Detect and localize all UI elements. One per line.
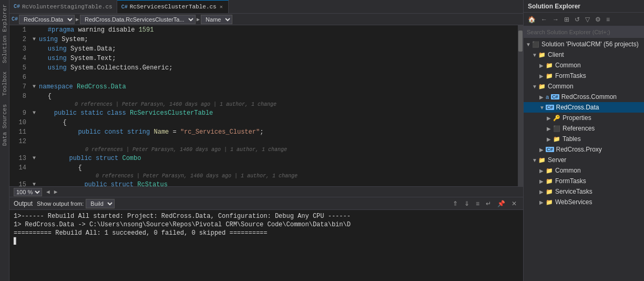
output-controls: ⇑ ⇓ ≡ ↵ 📌 ✕ [451,199,519,208]
se-item-rc-proxy[interactable]: ▶ C# RedCross.Proxy [524,144,644,155]
server-webservices-folder-icon: 📁 [546,199,553,206]
sidebar-tab-data-sources[interactable]: Data Sources [1,100,9,150]
se-btn-home[interactable]: 🏠 [526,15,538,24]
editor-area: C# RcVolunteerStagingTable.cs C# RcServi… [9,0,523,281]
se-item-common[interactable]: ▼ 📁 Common [524,81,644,92]
scroll-left-btn[interactable]: ◀ [46,188,50,195]
solution-icon: ⬛ [532,41,539,48]
server-formtasks-folder-icon: 📁 [546,178,553,185]
output-header: Output Show output from: Build ⇑ ⇓ ≡ ↵ 📌… [9,197,523,210]
client-common-folder-icon: 📁 [546,62,553,69]
se-item-references[interactable]: ▶ ⬛ References [524,123,644,134]
collapse-btn-7[interactable]: ▼ [33,82,38,92]
se-btn-properties[interactable]: ⊞ [562,15,571,24]
output-source-select[interactable]: Build [86,199,115,208]
breadcrumb-select-namespace[interactable]: RedCross.Data [19,15,75,24]
properties-icon: 🔑 [553,115,560,122]
output-content[interactable]: 1>------ Rebuild All started: Project: R… [9,210,523,281]
expand-arrow-client-formtasks: ▶ [539,73,545,79]
properties-label: Properties [563,114,591,122]
server-servicetasks-folder-icon: 📁 [546,188,553,195]
se-item-tables[interactable]: ▶ 📁 Tables [524,134,644,144]
cs-file-icon-2: C# [121,4,128,10]
output-cursor: ▋ [14,237,519,246]
se-search-bar [524,26,644,38]
tab-rc-volunteer[interactable]: C# RcVolunteerStagingTable.cs [9,0,117,13]
expand-arrow-server-formtasks: ▶ [539,178,545,184]
collapse-btn-9[interactable]: ▼ [33,108,38,118]
breadcrumb-arrow-2: ▶ [197,16,200,23]
output-close-btn[interactable]: ✕ [509,199,519,208]
se-item-solution[interactable]: ▼ ⬛ Solution 'PivotalCRM' (56 projects) [524,39,644,49]
output-go-up-btn[interactable]: ⇑ [451,199,460,208]
code-line-7: ▼namespace RedCross.Data [33,82,518,92]
tab-rc-services-cluster[interactable]: C# RcServicesClusterTable.cs ✕ [117,0,229,13]
code-content[interactable]: #pragma warning disable 1591 ▼using Syst… [30,25,518,186]
zoom-select[interactable]: 100 % [14,188,42,196]
code-line-5: using System.Collections.Generic; [33,63,518,73]
se-item-client-formtasks[interactable]: ▶ 📁 FormTasks [524,71,644,81]
breadcrumb-select-class[interactable]: RedCross.Data.RcServicesClusterTa... [80,15,196,24]
server-folder-icon: 📁 [538,157,546,164]
se-btn-forward[interactable]: → [550,15,561,24]
server-common-label: Common [555,167,581,174]
output-go-down-btn[interactable]: ⇓ [462,199,472,208]
se-item-rc-data[interactable]: ▼ C# RedCross.Data [524,102,644,113]
expand-arrow-properties: ▶ [547,115,552,121]
se-item-client-common[interactable]: ▶ 📁 Common [524,60,644,71]
se-item-server-webservices[interactable]: ▶ 📁 WebServices [524,197,644,207]
expand-arrow-server-common: ▶ [539,168,545,174]
client-folder-icon: 📁 [538,52,546,58]
output-source-label: Show output from: [37,200,84,207]
collapse-btn-13[interactable]: ▼ [33,154,38,163]
expand-arrow-rc-common: ▶ [539,94,545,100]
sidebar-tab-solution-explorer[interactable]: Solution Explorer [1,0,9,67]
se-btn-filter[interactable]: ▽ [583,15,592,24]
se-item-server-servicetasks[interactable]: ▶ 📁 ServiceTasks [524,186,644,197]
scrollbar-thumb [518,31,523,52]
se-item-server[interactable]: ▼ 📁 Server [524,155,644,165]
rc-common-label: RedCross.Common [561,93,617,101]
se-btn-back[interactable]: ← [539,15,549,24]
output-clear-btn[interactable]: ≡ [474,199,482,208]
editor-scrollbar[interactable] [518,25,523,186]
expand-arrow-server: ▼ [532,157,537,163]
breadcrumb-bar: C# RedCross.Data ▶ RedCross.Data.RcServi… [9,14,523,25]
code-line-3: using System.Data; [33,44,518,54]
se-btn-settings[interactable]: ⚙ [593,15,603,24]
collapse-btn-15[interactable]: ▼ [33,180,38,186]
references-label: References [563,125,595,132]
expand-arrow-references: ▶ [547,126,552,132]
output-pin-btn[interactable]: 📌 [495,199,507,208]
code-editor[interactable]: 1 2 3 4 5 6 7 8 9 10 11 12 13 14 15 [9,25,523,186]
code-line-9: ▼ public static class RcServicesClusterT… [33,108,518,118]
client-formtasks-folder-icon: 📁 [546,73,553,79]
se-item-server-common[interactable]: ▶ 📁 Common [524,165,644,176]
breadcrumb-select-member[interactable]: Name [201,15,232,24]
se-item-properties[interactable]: ▶ 🔑 Properties [524,113,644,123]
line-numbers: 1 2 3 4 5 6 7 8 9 10 11 12 13 14 15 [9,25,30,186]
se-title-bar: Solution Explorer [524,0,644,13]
code-line-2: ▼using System; [33,35,518,44]
se-item-client[interactable]: ▼ 📁 Client [524,49,644,60]
code-line-10: { [33,118,518,127]
sidebar-tab-toolbox[interactable]: Toolbox [1,67,9,100]
output-source-area: Show output from: Build [37,199,115,208]
tab-close-button[interactable]: ✕ [219,3,224,11]
se-search-input[interactable] [527,29,641,35]
collapse-btn-2[interactable]: ▼ [33,35,38,44]
server-webservices-label: WebServices [555,198,592,206]
se-item-server-formtasks[interactable]: ▶ 📁 FormTasks [524,176,644,186]
server-label: Server [548,156,566,164]
se-btn-refresh[interactable]: ↺ [573,15,582,24]
output-line-2: 1> RedCross.Data -> C:\Users\nsong\Sourc… [14,220,519,229]
output-wrap-btn[interactable]: ↵ [484,199,493,208]
expand-arrow-rc-data: ▼ [539,105,545,111]
scroll-right-btn[interactable]: ▶ [54,188,58,195]
editor-statusbar: 100 % ◀ ▶ [9,186,523,197]
se-tree: ▼ ⬛ Solution 'PivotalCRM' (56 projects) … [524,38,644,281]
output-title: Output [14,200,33,207]
se-btn-more[interactable]: ≡ [604,15,612,24]
se-item-rc-common[interactable]: ▶ a C# RedCross.Common [524,92,644,102]
server-servicetasks-label: ServiceTasks [555,188,592,195]
